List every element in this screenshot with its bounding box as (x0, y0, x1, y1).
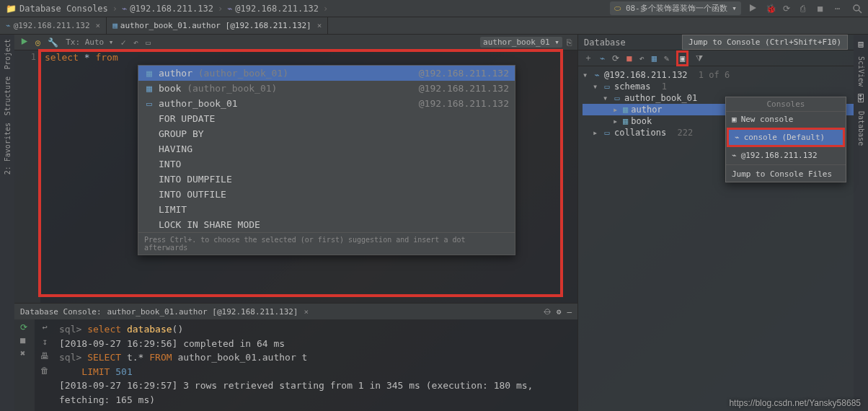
rerun-icon[interactable]: ⟳ (783, 4, 793, 14)
scroll-icon[interactable]: ↧ (42, 337, 47, 347)
db-tree: ▾ ⌁ @192.168.211.132 1 of 6 ▾ ▭ schemas … (578, 66, 854, 411)
debug-icon[interactable]: 🐞 (766, 4, 776, 14)
tool-structure[interactable]: Structure (4, 76, 12, 115)
tool-favorites[interactable]: 2: Favorites (4, 123, 12, 174)
breadcrumb-item-2[interactable]: ⌁ @192.168.211.132 (227, 4, 319, 14)
filter-icon[interactable]: ⧩ (696, 53, 703, 63)
completion-item[interactable]: INTO (138, 156, 515, 172)
editor-tabs: ⌁ @192.168.211.132 × ▦ author_book_01.au… (0, 17, 868, 35)
console-actions: ⟳ ■ ✖ (14, 319, 35, 411)
commit-icon[interactable]: ✓ (120, 37, 125, 48)
completion-item[interactable]: ▦ author (author_book_01) @192.168.211.1… (138, 66, 515, 81)
sciview-icon[interactable]: ▤ (858, 39, 863, 49)
stop-icon[interactable]: ■ (626, 53, 632, 63)
database-tool-window: Database ⚙ ⤢ Jump to Console (Ctrl+Shift… (577, 35, 854, 411)
line-gutter: 1 (14, 50, 40, 303)
completion-item[interactable]: HAVING (138, 141, 515, 156)
tool-project[interactable]: Project (4, 39, 12, 69)
stop-icon[interactable]: ■ (20, 335, 29, 344)
schema-select[interactable]: author_book_01 ▾ (480, 37, 562, 48)
edit-icon[interactable]: ✎ (664, 53, 669, 63)
schema-icon: ▭ (613, 93, 621, 103)
completion-item[interactable]: GROUP BY (138, 126, 515, 141)
code-keyword: from (95, 52, 118, 63)
execute-icon[interactable] (20, 37, 28, 48)
search-icon[interactable] (852, 4, 862, 14)
tool-database[interactable]: Database (857, 111, 865, 146)
stop-icon[interactable]: ■ (818, 4, 828, 14)
breadcrumb-item-1[interactable]: ⌁ @192.168.211.132 (122, 4, 213, 14)
datasource-icon[interactable]: ⌁ (600, 53, 605, 63)
refresh-icon[interactable]: ⟳ (612, 53, 619, 63)
rollback-icon[interactable]: ↶ (639, 53, 644, 63)
trash-icon[interactable]: 🗑 (40, 366, 49, 376)
editor-tab-2[interactable]: ▦ author_book_01.author [@192.168.211.13… (107, 17, 328, 34)
jump-to-console-button[interactable]: ▣ (676, 50, 688, 66)
link-icon[interactable]: ⎘ (567, 37, 572, 48)
left-tool-strip: Project Structure 2: Favorites (0, 35, 14, 411)
console-ip-item[interactable]: ⌁ @192.168.211.132 (726, 148, 846, 163)
tree-connection[interactable]: ▾ ⌁ @192.168.211.132 1 of 6 (583, 69, 854, 81)
completion-item[interactable]: LIMIT (138, 202, 515, 217)
datasource-icon: ⌁ (122, 4, 127, 14)
tx-mode[interactable]: Tx: Auto ▾ (66, 37, 113, 47)
watermark: https://blog.csdn.net/Yansky58685 (729, 398, 861, 408)
explain-icon[interactable]: ◎ (35, 37, 40, 48)
table-icon[interactable]: ▦ (652, 53, 657, 63)
database-icon[interactable]: 🗄 (856, 94, 865, 104)
db-title: Database (584, 37, 626, 48)
cancel-icon[interactable]: ▭ (146, 37, 151, 48)
completion-item[interactable]: ▭ author_book_01 @192.168.211.132 (138, 96, 515, 111)
breadcrumb-root[interactable]: 📁 Database Consoles (6, 4, 108, 14)
completion-hint: Press Ctrl+. to choose the selected (or … (138, 232, 515, 255)
jump-to-console-files[interactable]: Jump to Console Files (726, 167, 846, 182)
datasource-icon: ⌁ (735, 133, 740, 142)
schema-icon: ▭ (144, 98, 154, 109)
settings-icon[interactable]: 🔧 (48, 37, 58, 48)
chevron-down-icon: ▾ (593, 81, 600, 92)
filter-icon[interactable]: ⦵ (544, 307, 551, 317)
code-keyword: select (45, 52, 79, 63)
console-output[interactable]: sql> select database() [2018-09-27 16:29… (55, 319, 577, 411)
new-console-item[interactable]: ▣ New console (726, 112, 846, 127)
consoles-popup: Consoles ▣ New console ⌁ console (Defaul… (725, 97, 846, 182)
tree-schemas[interactable]: ▾ ▭ schemas 1 (583, 81, 854, 92)
datasource-icon: ⌁ (732, 151, 737, 160)
close-icon[interactable]: × (96, 21, 101, 30)
close-icon[interactable]: × (304, 307, 309, 317)
completion-item[interactable]: INTO OUTFILE (138, 187, 515, 202)
wrap-icon[interactable]: ↩ (42, 322, 47, 332)
console-default-item[interactable]: ⌁ console (Default) (729, 130, 843, 145)
gear-icon[interactable]: ⚙ (557, 307, 562, 317)
print-icon[interactable]: 🖶 (40, 351, 49, 361)
chevron-right-icon: › (218, 4, 223, 14)
close-icon[interactable]: ✖ (20, 348, 29, 357)
editor-toolbar: ◎ 🔧 Tx: Auto ▾ ✓ ↶ ▭ author_book_01 ▾ ⎘ (14, 35, 577, 50)
run-config-select[interactable]: ⬭ 08-多个装饰器装饰一个函数 ▾ (610, 1, 741, 15)
console-tab[interactable]: author_book_01.author [@192.168.211.132] (107, 307, 298, 317)
svg-line-1 (859, 10, 862, 13)
chevron-right-icon: ▸ (613, 116, 620, 126)
completion-item[interactable]: FOR UPDATE (138, 111, 515, 126)
close-icon[interactable]: × (317, 21, 322, 30)
editor-tab-1[interactable]: ⌁ @192.168.211.132 × (0, 17, 107, 34)
rerun-icon[interactable]: ⟳ (20, 322, 29, 331)
completion-item[interactable]: ▦ book (author_book_01) @192.168.211.132 (138, 81, 515, 96)
chevron-down-icon: ▾ (603, 93, 610, 103)
add-icon[interactable]: ＋ (584, 52, 593, 64)
console-title: Database Console: (20, 307, 102, 317)
rollback-icon[interactable]: ↶ (133, 37, 138, 48)
right-tool-strip: ▤ SciView 🗄 Database (854, 35, 868, 411)
completion-item[interactable]: INTO DUMPFILE (138, 172, 515, 187)
console-actions-2: ↩ ↧ 🖶 🗑 (35, 319, 55, 411)
run-icon[interactable] (748, 4, 758, 14)
datasource-icon: ⌁ (593, 70, 601, 80)
minimize-icon[interactable]: – (567, 307, 572, 317)
completion-item[interactable]: LOCK IN SHARE MODE (138, 217, 515, 232)
console-icon: ▣ (732, 115, 737, 124)
attach-icon[interactable]: ⎙ (800, 4, 810, 14)
sql-editor[interactable]: 1 select * from ▦ author (author_book_01… (14, 50, 577, 303)
tool-sciview[interactable]: SciView (857, 56, 865, 87)
more-icon[interactable]: ⋯ (835, 4, 845, 14)
popup-title: Consoles (726, 97, 846, 112)
